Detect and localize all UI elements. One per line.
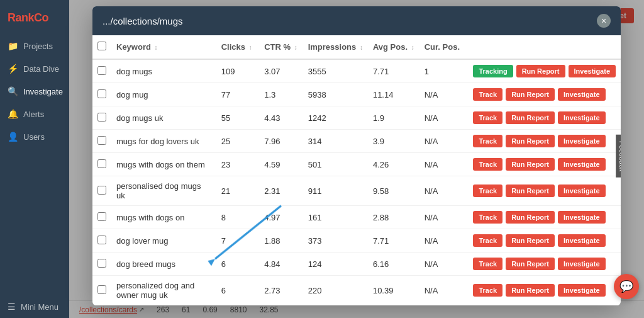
investigate-button[interactable]: Investigate (558, 111, 605, 124)
run-report-button[interactable]: Run Report (506, 111, 555, 124)
row-checkbox-cell (92, 229, 111, 253)
row-checkbox[interactable] (97, 259, 106, 268)
run-report-button[interactable]: Run Report (516, 65, 565, 77)
row-checkbox[interactable] (97, 285, 106, 294)
sidebar-item-label: Projects (23, 42, 53, 51)
row-impressions: 1242 (303, 106, 368, 130)
row-curpos: N/A (419, 276, 469, 305)
sidebar-item-label: Investigate (23, 87, 63, 96)
track-button[interactable]: Track (473, 111, 502, 124)
investigate-button[interactable]: Investigate (558, 135, 605, 147)
keywords-table: Keyword ↕ Clicks ↑ CTR % ↕ Impressions ↕ (92, 35, 621, 305)
sidebar-item-label: Alerts (23, 110, 44, 119)
row-checkbox[interactable] (97, 113, 106, 122)
ctr-sort-icon: ↕ (294, 44, 297, 51)
row-avgpos: 2.88 (368, 206, 419, 229)
row-clicks: 6 (216, 253, 259, 276)
track-button[interactable]: Track (473, 185, 502, 197)
sidebar-item-datadive[interactable]: ⚡ Data Dive (0, 57, 69, 80)
investigate-button[interactable]: Investigate (558, 284, 605, 297)
row-clicks: 8 (216, 206, 259, 229)
chat-bubble[interactable]: 💬 (614, 274, 639, 299)
row-impressions: 3555 (303, 59, 368, 83)
investigate-button[interactable]: Investigate (558, 234, 605, 247)
row-avgpos: 1.9 (368, 106, 419, 130)
row-avgpos: 7.71 (368, 229, 419, 253)
track-button[interactable]: Track (473, 135, 502, 147)
investigate-button[interactable]: Investigate (558, 258, 605, 270)
projects-icon: 📁 (8, 41, 18, 51)
run-report-button[interactable]: Run Report (506, 258, 555, 270)
investigate-button[interactable]: Investigate (558, 158, 605, 171)
modal-close-button[interactable]: × (597, 14, 611, 28)
avgpos-sort-icon: ↕ (411, 44, 414, 51)
col-clicks-header[interactable]: Clicks ↑ (216, 35, 259, 59)
row-checkbox[interactable] (97, 66, 106, 75)
track-button[interactable]: Track (473, 234, 502, 247)
sidebar: RankCo 📁 Projects ⚡ Data Dive 🔍 Investig… (0, 0, 69, 318)
logo: RankCo (0, 6, 56, 35)
track-button[interactable]: Track (473, 158, 502, 171)
run-report-button[interactable]: Run Report (506, 284, 555, 297)
alerts-icon: 🔔 (8, 109, 18, 119)
sidebar-item-users[interactable]: 👤 Users (0, 125, 69, 148)
mini-menu-label: Mini Menu (21, 302, 58, 312)
track-button[interactable]: Track (473, 211, 502, 224)
row-impressions: 124 (303, 253, 368, 276)
track-button[interactable]: Track (473, 284, 502, 297)
table-row: dog mug 77 1.3 5938 11.14 N/A Track Run … (92, 83, 621, 106)
row-checkbox[interactable] (97, 186, 106, 195)
row-checkbox-cell (92, 253, 111, 276)
row-impressions: 911 (303, 176, 368, 206)
row-actions: Track Run Report Investigate (468, 276, 621, 305)
sidebar-item-projects[interactable]: 📁 Projects (0, 35, 69, 57)
run-report-button[interactable]: Run Report (506, 158, 555, 171)
row-curpos: N/A (419, 130, 469, 153)
row-impressions: 220 (303, 276, 368, 305)
row-avgpos: 6.16 (368, 253, 419, 276)
col-ctr-header[interactable]: CTR % ↕ (259, 35, 303, 59)
row-ctr: 2.73 (259, 276, 303, 305)
investigate-button[interactable]: Investigate (558, 185, 605, 197)
row-avgpos: 11.14 (368, 83, 419, 106)
col-keyword-header[interactable]: Keyword ↕ (111, 35, 216, 59)
row-checkbox[interactable] (97, 236, 106, 244)
run-report-button[interactable]: Run Report (506, 185, 555, 197)
investigate-button[interactable]: Investigate (569, 65, 616, 77)
investigate-button[interactable]: Investigate (558, 211, 605, 224)
investigate-button[interactable]: Investigate (558, 88, 605, 101)
logo-co: Co (34, 11, 48, 24)
row-actions: Tracking Run Report Investigate (468, 59, 621, 83)
table-row: mugs with dogs on 8 4.97 161 2.88 N/A Tr… (92, 206, 621, 229)
sidebar-item-alerts[interactable]: 🔔 Alerts (0, 103, 69, 125)
col-impressions-header[interactable]: Impressions ↕ (303, 35, 368, 59)
track-button[interactable]: Tracking (473, 65, 513, 77)
modal-body: Keyword ↕ Clicks ↑ CTR % ↕ Impressions ↕ (92, 35, 621, 305)
run-report-button[interactable]: Run Report (506, 135, 555, 147)
row-checkbox[interactable] (97, 212, 106, 221)
run-report-button[interactable]: Run Report (506, 211, 555, 224)
row-impressions: 501 (303, 153, 368, 176)
row-keyword: dog lover mug (111, 229, 216, 253)
run-report-button[interactable]: Run Report (506, 88, 555, 101)
col-avgpos-header[interactable]: Avg Pos. ↕ (368, 35, 419, 59)
row-checkbox[interactable] (97, 136, 106, 145)
row-checkbox-cell (92, 206, 111, 229)
mini-menu-item[interactable]: ☰ Mini Menu (0, 295, 69, 318)
row-checkbox[interactable] (97, 159, 106, 168)
feedback-tab[interactable]: Feedback (616, 134, 621, 177)
row-impressions: 314 (303, 130, 368, 153)
row-clicks: 77 (216, 83, 259, 106)
logo-rank: Rank (8, 11, 34, 24)
row-checkbox-cell (92, 153, 111, 176)
sidebar-item-investigate[interactable]: 🔍 Investigate (0, 80, 69, 103)
row-curpos: N/A (419, 253, 469, 276)
row-keyword: mugs with dogs on them (111, 153, 216, 176)
row-checkbox[interactable] (97, 89, 106, 98)
col-actions-header (468, 35, 621, 59)
track-button[interactable]: Track (473, 88, 502, 101)
run-report-button[interactable]: Run Report (506, 234, 555, 247)
select-all-checkbox[interactable] (97, 42, 106, 50)
track-button[interactable]: Track (473, 258, 502, 270)
row-actions: Track Run Report Investigate (468, 130, 621, 153)
